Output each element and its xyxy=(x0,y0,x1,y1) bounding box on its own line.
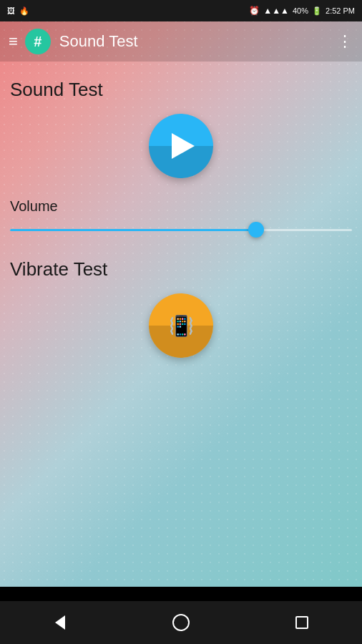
alarm-icon: ⏰ xyxy=(249,6,260,16)
battery-percent: 40% xyxy=(293,6,308,15)
overflow-menu-icon[interactable]: ⋮ xyxy=(337,32,353,51)
content-area: Sound Test Volume Vibrate Test 📳 xyxy=(0,62,362,587)
back-button[interactable] xyxy=(39,608,82,637)
slider-thumb[interactable] xyxy=(248,222,264,238)
volume-section: Volume xyxy=(0,192,362,231)
home-button[interactable] xyxy=(160,608,202,637)
volume-label: Volume xyxy=(0,192,362,219)
slider-track xyxy=(10,229,352,231)
battery-icon: 🔋 xyxy=(312,6,322,16)
vibrate-button-container: 📳 xyxy=(0,293,362,358)
play-button-container xyxy=(0,114,362,178)
recent-icon xyxy=(295,616,308,629)
logo-symbol: # xyxy=(34,34,41,49)
vibrate-section-title: Vibrate Test xyxy=(0,253,362,286)
vibrate-button[interactable]: 📳 xyxy=(149,293,213,358)
status-bar: 🖼 🔥 ⏰ ▲▲▲ 40% 🔋 2:52 PM xyxy=(0,0,362,21)
app-title: Sound Test xyxy=(59,32,337,51)
notification-icon: 🖼 xyxy=(7,6,15,15)
sound-section-title: Sound Test xyxy=(0,73,362,107)
navigation-bar xyxy=(0,601,362,644)
back-icon xyxy=(55,615,65,630)
time-display: 2:52 PM xyxy=(326,6,355,15)
flame-icon: 🔥 xyxy=(19,6,29,16)
phone-vibrate-icon: 📳 xyxy=(169,314,194,338)
sound-section: Sound Test xyxy=(0,73,362,178)
hamburger-menu-icon[interactable]: ≡ xyxy=(9,32,18,51)
app-bar: ≡ # Sound Test ⋮ xyxy=(0,21,362,62)
play-button[interactable] xyxy=(149,114,213,178)
recent-button[interactable] xyxy=(280,608,323,637)
signal-icon: ▲▲▲ xyxy=(263,6,289,16)
volume-slider-container xyxy=(0,229,362,231)
vibrate-section: Vibrate Test 📳 xyxy=(0,253,362,358)
home-icon xyxy=(172,614,190,631)
app-logo: # xyxy=(25,29,51,54)
slider-fill xyxy=(10,229,256,231)
play-icon xyxy=(172,133,195,159)
